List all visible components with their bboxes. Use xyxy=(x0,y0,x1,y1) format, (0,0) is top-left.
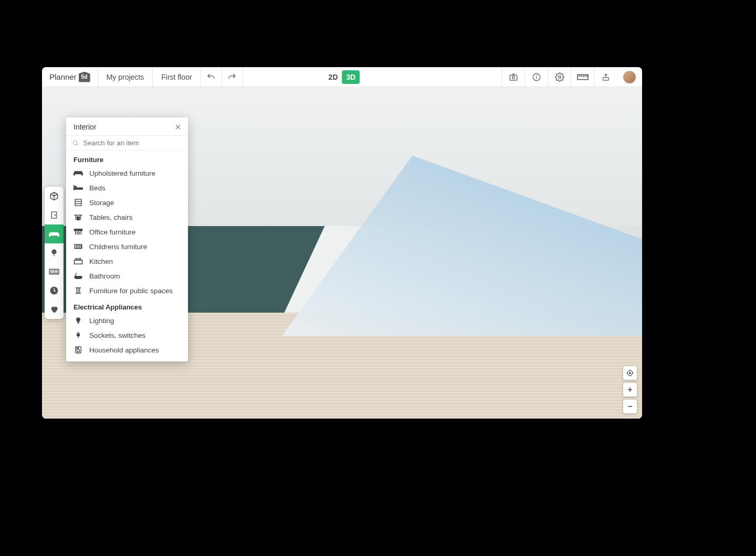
catalog-item-public[interactable]: Furniture for public spaces xyxy=(66,283,188,298)
rail-interior[interactable] xyxy=(45,224,64,243)
view-2d-label: 2D xyxy=(329,73,338,81)
catalog-item-label: Beds xyxy=(89,184,106,192)
view-2d-button[interactable]: 2D xyxy=(324,70,342,84)
appliance-icon xyxy=(74,346,83,354)
svg-rect-30 xyxy=(74,187,83,190)
catalog-item-label: Household appliances xyxy=(89,346,159,354)
svg-rect-27 xyxy=(75,171,82,174)
svg-point-18 xyxy=(51,249,56,254)
catalog-header: Interior xyxy=(66,117,188,136)
svg-rect-31 xyxy=(75,186,77,187)
recenter-button[interactable] xyxy=(623,366,637,380)
my-projects-button[interactable]: My projects xyxy=(98,67,153,87)
undo-button[interactable] xyxy=(201,67,222,87)
info-icon xyxy=(532,72,541,82)
rail-favorites[interactable] xyxy=(45,300,64,319)
catalog-item-storage[interactable]: Storage xyxy=(66,195,188,210)
plug-icon xyxy=(74,331,83,339)
heart-icon xyxy=(49,305,59,314)
view-3d-label: 3D xyxy=(346,73,356,81)
catalog-item-tables[interactable]: Tables, chairs xyxy=(66,210,188,224)
svg-rect-32 xyxy=(74,185,75,191)
catalog-item-label: Kitchen xyxy=(89,258,113,265)
measure-button[interactable] xyxy=(571,67,594,87)
snapshot-button[interactable] xyxy=(501,67,524,87)
design-canvas[interactable]: NEW Interior Furniture xyxy=(42,87,642,419)
catalog-item-label: Sockets, switches xyxy=(89,332,145,339)
share-button[interactable] xyxy=(594,67,617,87)
catalog-search[interactable] xyxy=(66,136,188,151)
svg-rect-19 xyxy=(54,253,54,256)
topbar-right xyxy=(501,67,642,87)
viewport-controls: + − xyxy=(623,366,637,413)
catalog-item-label: Childrens furniture xyxy=(89,243,147,251)
app-window: Planner 5d My projects First floor 2D 3D xyxy=(42,67,642,419)
zoom-in-button[interactable]: + xyxy=(623,383,637,397)
tree-icon xyxy=(50,248,58,258)
my-projects-label: My projects xyxy=(107,73,144,81)
view-toggle: 2D 3D xyxy=(324,70,360,84)
catalog-item-label: Office furniture xyxy=(89,228,135,236)
svg-point-1 xyxy=(512,76,514,79)
ruler-icon xyxy=(577,74,589,80)
user-avatar[interactable] xyxy=(623,71,636,83)
door-icon xyxy=(50,210,58,220)
catalog-item-beds[interactable]: Beds xyxy=(66,180,188,195)
catalog-panel: Interior Furniture Upholstered furniture… xyxy=(66,117,188,361)
floor-selector[interactable]: First floor xyxy=(153,67,201,87)
svg-point-4 xyxy=(536,75,537,76)
crosshair-icon xyxy=(626,369,634,377)
svg-rect-58 xyxy=(77,323,79,324)
bed-icon xyxy=(74,184,83,192)
rail-recent[interactable] xyxy=(45,281,64,300)
redo-icon xyxy=(227,72,237,82)
catalog-item-label: Furniture for public spaces xyxy=(89,287,173,295)
new-badge-icon: NEW xyxy=(49,269,59,275)
cube-icon xyxy=(49,191,59,201)
share-icon xyxy=(602,72,610,82)
settings-button[interactable] xyxy=(548,67,571,87)
desk-icon xyxy=(74,228,83,236)
storage-icon xyxy=(74,198,83,207)
svg-rect-40 xyxy=(75,229,82,231)
catalog-item-children[interactable]: Childrens furniture xyxy=(66,239,188,254)
rail-new[interactable]: NEW xyxy=(45,262,64,281)
rail-rooms[interactable] xyxy=(45,206,64,224)
undo-icon xyxy=(206,72,216,82)
bath-icon xyxy=(74,272,83,280)
catalog-item-label: Tables, chairs xyxy=(89,213,133,221)
catalog-close-button[interactable] xyxy=(174,123,182,131)
catalog-group-title: Furniture xyxy=(66,151,188,166)
svg-point-25 xyxy=(74,141,77,144)
catalog-item-upholstered[interactable]: Upholstered furniture xyxy=(66,166,188,180)
catalog-item-office[interactable]: Office furniture xyxy=(66,224,188,239)
catalog-item-sockets[interactable]: Sockets, switches xyxy=(66,328,188,343)
svg-rect-39 xyxy=(77,217,80,220)
catalog-item-bathroom[interactable]: Bathroom xyxy=(66,269,188,283)
redo-button[interactable] xyxy=(222,67,243,87)
svg-point-14 xyxy=(55,215,55,215)
catalog-item-kitchen[interactable]: Kitchen xyxy=(66,254,188,269)
svg-rect-28 xyxy=(74,173,75,175)
catalog-item-lighting[interactable]: Lighting xyxy=(66,313,188,328)
svg-rect-0 xyxy=(510,75,517,80)
svg-point-43 xyxy=(77,232,80,234)
rail-exterior[interactable] xyxy=(45,243,64,262)
catalog-group-title: Electrical Appliances xyxy=(66,298,188,313)
catalog-search-input[interactable] xyxy=(83,139,182,147)
catalog-item-appliances[interactable]: Household appliances xyxy=(66,343,188,357)
zoom-out-button[interactable]: − xyxy=(623,400,637,413)
topbar: Planner 5d My projects First floor 2D 3D xyxy=(42,67,642,87)
svg-point-5 xyxy=(558,76,561,78)
info-button[interactable] xyxy=(524,67,548,87)
brand-badge: 5d xyxy=(79,72,90,82)
rail-construction[interactable] xyxy=(45,187,64,206)
sofa-icon xyxy=(49,230,59,238)
svg-rect-59 xyxy=(77,334,80,337)
brand[interactable]: Planner 5d xyxy=(42,67,98,87)
catalog-item-label: Lighting xyxy=(89,317,114,325)
svg-rect-49 xyxy=(75,260,82,264)
svg-line-26 xyxy=(77,144,78,145)
view-3d-button[interactable]: 3D xyxy=(342,70,360,84)
svg-point-68 xyxy=(629,372,631,374)
